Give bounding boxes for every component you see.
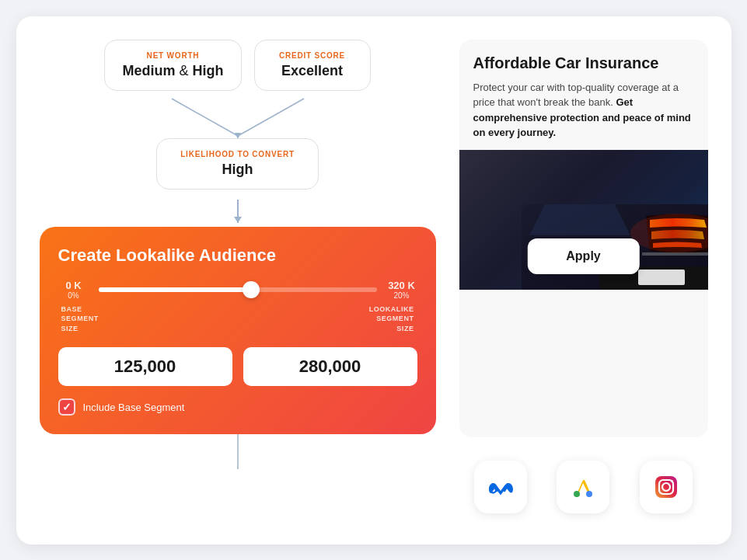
svg-point-15 bbox=[671, 480, 673, 482]
instagram-icon bbox=[651, 472, 681, 502]
instagram-icon-wrap[interactable] bbox=[640, 461, 693, 513]
slider-thumb[interactable] bbox=[243, 281, 260, 298]
include-row[interactable]: ✓ Include Base Segment bbox=[58, 398, 417, 416]
top-connectors-svg bbox=[106, 99, 370, 141]
main-container: NET WORTH Medium & High CREDIT SCORE Exc… bbox=[16, 16, 731, 544]
platform-icons bbox=[459, 453, 708, 521]
svg-point-11 bbox=[586, 491, 592, 497]
base-segment-input[interactable]: 125,000 bbox=[58, 347, 232, 386]
lookalike-title: Create Lookalike Audience bbox=[58, 245, 417, 266]
left-panel: NET WORTH Medium & High CREDIT SCORE Exc… bbox=[40, 40, 436, 521]
apply-button[interactable]: Apply bbox=[527, 238, 639, 274]
ad-title: Affordable Car Insurance bbox=[473, 54, 694, 72]
middle-connector bbox=[237, 196, 239, 227]
lookalike-segment-input[interactable]: 280,000 bbox=[243, 347, 417, 386]
top-criteria: NET WORTH Medium & High CREDIT SCORE Exc… bbox=[40, 40, 436, 91]
likelihood-label: LIKELIHOOD TO CONVERT bbox=[180, 150, 295, 158]
likelihood-box: LIKELIHOOD TO CONVERT High bbox=[156, 138, 319, 190]
slider-min-label: 0 K 0% bbox=[58, 280, 89, 300]
svg-point-10 bbox=[574, 491, 580, 497]
segment-inputs: 125,000 280,000 bbox=[58, 347, 417, 386]
slider-fill bbox=[99, 287, 252, 292]
svg-line-0 bbox=[172, 99, 238, 136]
net-worth-box: NET WORTH Medium & High bbox=[104, 40, 241, 91]
lookalike-segment-label: LOOKALIKESEGMENTSIZE bbox=[369, 304, 414, 334]
slider-max-label: 320 K 20% bbox=[386, 280, 417, 300]
arrow-down bbox=[237, 200, 239, 223]
include-label: Include Base Segment bbox=[83, 402, 185, 413]
meta-icon bbox=[486, 472, 515, 502]
svg-line-1 bbox=[238, 99, 304, 136]
check-icon: ✓ bbox=[62, 401, 72, 413]
credit-score-label: CREDIT SCORE bbox=[272, 51, 353, 60]
ad-text-section: Affordable Car Insurance Protect your ca… bbox=[459, 40, 708, 150]
ad-description: Protect your car with top-quality covera… bbox=[473, 80, 694, 141]
likelihood-value: High bbox=[180, 162, 295, 178]
meta-icon-wrap[interactable] bbox=[474, 461, 527, 513]
lookalike-card: Create Lookalike Audience 0 K 0% 320 K 2… bbox=[40, 227, 436, 435]
slider-row: 0 K 0% 320 K 20% bbox=[58, 280, 417, 300]
net-worth-value: Medium & High bbox=[122, 63, 223, 79]
ad-image: Apply bbox=[459, 150, 708, 290]
credit-score-value: Excellent bbox=[272, 63, 353, 79]
ad-card: Affordable Car Insurance Protect your ca… bbox=[459, 40, 708, 437]
slider-track[interactable] bbox=[99, 287, 377, 292]
base-segment-label: BASESEGMENTSIZE bbox=[61, 304, 99, 334]
google-ads-icon bbox=[568, 472, 598, 502]
right-panel: Affordable Car Insurance Protect your ca… bbox=[459, 40, 708, 521]
credit-score-box: CREDIT SCORE Excellent bbox=[254, 40, 371, 91]
bottom-connectors-svg bbox=[40, 434, 436, 489]
google-ads-icon-wrap[interactable] bbox=[557, 461, 609, 513]
include-checkbox[interactable]: ✓ bbox=[58, 398, 75, 416]
segment-labels: BASESEGMENTSIZE LOOKALIKESEGMENTSIZE bbox=[58, 304, 417, 334]
svg-rect-7 bbox=[638, 270, 685, 285]
net-worth-label: NET WORTH bbox=[122, 51, 223, 60]
